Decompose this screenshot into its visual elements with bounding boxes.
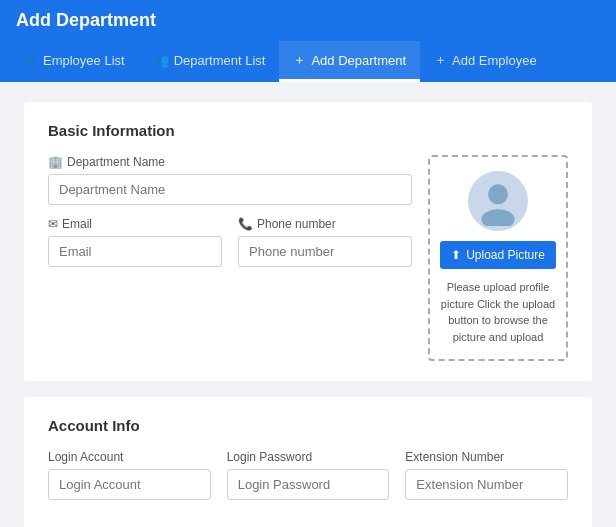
nav-label-employee-list: Employee List: [43, 53, 125, 68]
nav-label-add-employee: Add Employee: [452, 53, 537, 68]
upload-button[interactable]: ⬆ Upload Picture: [440, 241, 556, 269]
email-input[interactable]: [48, 236, 222, 267]
login-password-label: Login Password: [227, 450, 390, 464]
account-info-title: Account Info: [48, 417, 568, 434]
person-icon: 👤: [22, 53, 38, 68]
department-name-label: 🏢 Department Name: [48, 155, 412, 169]
people-icon: 👥: [153, 53, 169, 68]
phone-icon: 📞: [238, 217, 253, 231]
nav-item-employee-list[interactable]: 👤 Employee List: [8, 41, 139, 82]
plus-icon-emp: ＋: [434, 51, 447, 69]
page-title: Add Department: [16, 10, 156, 30]
upload-section: ⬆ Upload Picture Please upload profile p…: [428, 155, 568, 361]
login-password-input[interactable]: [227, 469, 390, 500]
department-name-input[interactable]: [48, 174, 412, 205]
upload-icon: ⬆: [451, 248, 461, 262]
login-account-input[interactable]: [48, 469, 211, 500]
plus-icon-dept: ＋: [293, 51, 306, 69]
email-label: ✉ Email: [48, 217, 222, 231]
svg-point-1: [481, 209, 514, 226]
avatar: [468, 171, 528, 231]
phone-input[interactable]: [238, 236, 412, 267]
top-bar: Add Department: [0, 0, 616, 41]
nav-label-department-list: Department List: [174, 53, 266, 68]
extension-number-label: Extension Number: [405, 450, 568, 464]
upload-hint: Please upload profile picture Click the …: [440, 279, 556, 345]
basic-info-card: Basic Information 🏢 Department Name: [24, 102, 592, 381]
svg-point-0: [488, 184, 508, 204]
building-icon: 🏢: [48, 155, 63, 169]
account-info-card: Account Info Login Account Login Passwor…: [24, 397, 592, 527]
nav-bar: 👤 Employee List 👥 Department List ＋ Add …: [0, 41, 616, 82]
nav-item-add-department[interactable]: ＋ Add Department: [279, 41, 420, 82]
nav-item-department-list[interactable]: 👥 Department List: [139, 41, 280, 82]
nav-item-add-employee[interactable]: ＋ Add Employee: [420, 41, 551, 82]
basic-info-title: Basic Information: [48, 122, 568, 139]
email-icon: ✉: [48, 217, 58, 231]
nav-label-add-department: Add Department: [311, 53, 406, 68]
login-account-label: Login Account: [48, 450, 211, 464]
extension-number-input[interactable]: [405, 469, 568, 500]
phone-label: 📞 Phone number: [238, 217, 412, 231]
